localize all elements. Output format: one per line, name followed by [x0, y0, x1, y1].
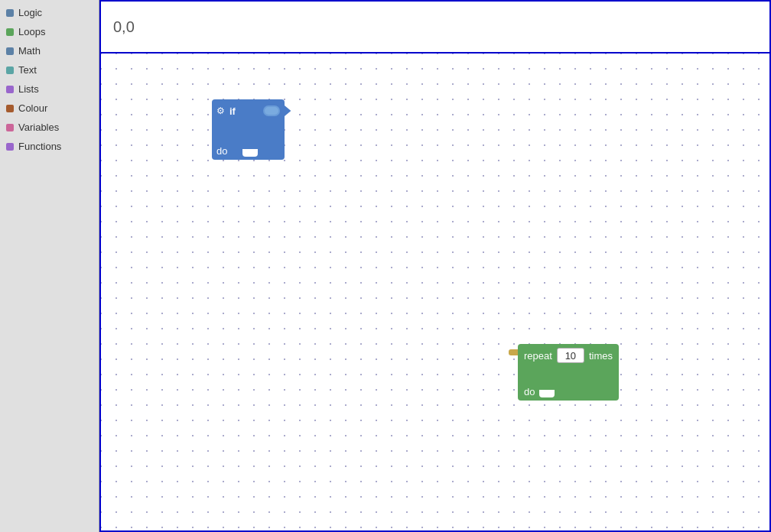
sidebar-item-math-label: Math — [18, 45, 41, 57]
sidebar: Logic Loops Math Text Lists Colour Varia… — [0, 0, 99, 532]
repeat-notch — [539, 390, 555, 397]
sidebar-item-variables[interactable]: Variables — [0, 118, 99, 137]
toolbar-row: 0,0 — [99, 0, 771, 54]
sidebar-item-functions[interactable]: Functions — [0, 137, 99, 156]
repeat-value-box[interactable]: 10 — [557, 348, 584, 363]
repeat-label: repeat — [524, 350, 552, 362]
sidebar-item-loops-label: Loops — [18, 26, 45, 37]
sidebar-item-lists[interactable]: Lists — [0, 79, 99, 99]
coordinates-display: 0,0 — [113, 18, 135, 36]
gear-icon: ⚙ — [216, 105, 225, 116]
sidebar-item-math[interactable]: Math — [0, 41, 99, 60]
if-block-do-label: do — [216, 145, 227, 157]
sidebar-item-text[interactable]: Text — [0, 60, 99, 79]
sidebar-item-text-label: Text — [18, 64, 37, 76]
text-color-dot — [6, 66, 14, 74]
main-area: 0,0 ⚙ if do — [99, 0, 771, 532]
functions-color-dot — [6, 143, 14, 151]
sidebar-item-loops[interactable]: Loops — [0, 22, 99, 41]
lists-color-dot — [6, 86, 14, 93]
sidebar-item-logic[interactable]: Logic — [0, 3, 99, 22]
sidebar-item-colour[interactable]: Colour — [0, 99, 99, 118]
logic-color-dot — [6, 9, 14, 17]
repeat-do-label: do — [524, 386, 535, 397]
if-block-if-label: if — [229, 105, 236, 117]
repeat-times-label: times — [589, 350, 613, 362]
loops-color-dot — [6, 28, 14, 36]
variables-color-dot — [6, 124, 14, 131]
repeat-block[interactable]: repeat 10 times do — [518, 344, 619, 401]
sidebar-item-logic-label: Logic — [18, 7, 42, 18]
sidebar-item-functions-label: Functions — [18, 141, 61, 152]
sidebar-item-lists-label: Lists — [18, 83, 39, 95]
sidebar-item-variables-label: Variables — [18, 122, 59, 133]
colour-color-dot — [6, 105, 14, 112]
canvas-area[interactable]: ⚙ if do repeat — [99, 54, 771, 532]
if-block[interactable]: ⚙ if do — [212, 99, 285, 149]
repeat-value: 10 — [565, 350, 576, 362]
if-condition-slot — [263, 105, 280, 116]
sidebar-item-colour-label: Colour — [18, 102, 47, 114]
math-color-dot — [6, 47, 14, 55]
